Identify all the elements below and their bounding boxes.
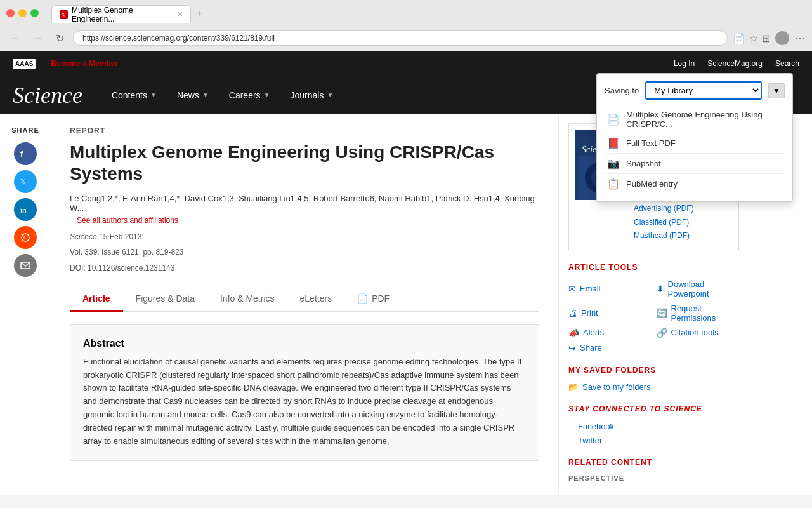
pdf-file-icon: 📕 xyxy=(607,137,620,149)
svg-text:𝕏: 𝕏 xyxy=(20,178,26,185)
linkedin-share-button[interactable]: in xyxy=(14,198,37,221)
alerts-tool[interactable]: 📣Alerts xyxy=(568,328,652,338)
browser-chrome: S Multiplex Genome Engineerin... ✕ + ← →… xyxy=(0,0,812,51)
related-content: RELATED CONTENT PERSPECTIVE xyxy=(568,458,739,482)
login-link[interactable]: Log In xyxy=(674,59,695,68)
svg-text:r: r xyxy=(23,234,25,241)
browser-toolbar: ← → ↻ https://science.sciencemag.org/con… xyxy=(0,25,812,51)
advertising-pdf-link[interactable]: Advertising (PDF) xyxy=(634,202,732,216)
tab-article[interactable]: Article xyxy=(70,287,123,312)
saving-dropdown-button[interactable]: ▼ xyxy=(768,83,785,98)
nav-careers-label: Careers xyxy=(229,90,261,100)
nav-items: Contents ▼ News ▼ Careers ▼ Journals ▼ xyxy=(102,76,343,114)
become-member-link[interactable]: Become a Member xyxy=(51,59,118,68)
reload-button[interactable]: ↻ xyxy=(52,30,68,47)
share-tool[interactable]: ↪Share xyxy=(568,343,652,353)
print-label: Print xyxy=(581,308,598,318)
social-links: Facebook Twitter xyxy=(568,421,739,445)
facebook-link[interactable]: Facebook xyxy=(578,422,614,431)
twitter-share-button[interactable]: 𝕏 xyxy=(14,170,37,193)
minimize-button[interactable] xyxy=(18,9,27,17)
authors-more-label: See all authors and affiliations xyxy=(77,216,178,225)
tab-info-metrics[interactable]: Info & Metrics xyxy=(207,287,287,312)
bookmark-icon[interactable]: ☆ xyxy=(749,32,758,44)
user-profile-icon[interactable] xyxy=(775,31,789,45)
stay-connected: STAY CONNECTED TO SCIENCE Facebook Twitt… xyxy=(568,404,739,445)
see-authors-link[interactable]: + See all authors and affiliations xyxy=(70,216,539,225)
svg-point-4 xyxy=(22,234,29,241)
nav-journals-arrow: ▼ xyxy=(327,91,333,98)
abstract-box: Abstract Functional elucidation of causa… xyxy=(70,324,539,462)
tab-pdf[interactable]: 📄 PDF xyxy=(344,287,402,312)
library-select[interactable]: My Library xyxy=(645,81,762,100)
twitter-link[interactable]: Twitter xyxy=(578,436,602,445)
download-powerpoint-tool[interactable]: ⬇Download Powerpoint xyxy=(657,279,740,298)
saving-item-pdf[interactable]: 📕 Full Text PDF xyxy=(605,133,785,153)
article-title: Multiplex Genome Engineering Using CRISP… xyxy=(70,142,539,184)
article-journal: Science 15 Feb 2013: xyxy=(70,231,539,243)
permissions-icon: 🔄 xyxy=(657,308,667,318)
nav-item-news[interactable]: News ▼ xyxy=(167,76,219,114)
svg-text:in: in xyxy=(20,206,27,214)
save-to-folders-button[interactable]: 📂 Save to my folders xyxy=(568,382,739,392)
saving-item-pubmed[interactable]: 📋 PubMed entry xyxy=(605,173,785,194)
nav-news-arrow: ▼ xyxy=(202,91,209,98)
extensions-icon[interactable]: ⊞ xyxy=(762,32,770,44)
download-icon: ⬇ xyxy=(657,284,664,294)
tools-grid: ✉Email ⬇Download Powerpoint 🖨Print 🔄Requ… xyxy=(568,279,739,353)
saving-item-snapshot[interactable]: 📷 Snapshot xyxy=(605,153,785,173)
nav-careers-arrow: ▼ xyxy=(264,91,270,98)
email-tool[interactable]: ✉Email xyxy=(568,279,652,298)
sciencemag-link[interactable]: ScienceMag.org xyxy=(707,59,763,68)
browser-menu-button[interactable]: ⋯ xyxy=(794,31,806,45)
forward-button[interactable]: → xyxy=(29,30,47,46)
close-button[interactable] xyxy=(6,9,15,17)
save-page-icon[interactable]: 📄 xyxy=(733,32,745,44)
nav-news-label: News xyxy=(177,90,199,100)
folder-icon: 📂 xyxy=(568,382,579,392)
article-main: REPORT Multiplex Genome Engineering Usin… xyxy=(51,114,558,495)
nav-contents-arrow: ▼ xyxy=(150,91,157,98)
new-tab-button[interactable]: + xyxy=(191,4,207,23)
tab-title: Multiplex Genome Engineerin... xyxy=(72,6,171,23)
bookmark-icons: 📄 ☆ ⊞ xyxy=(733,32,770,44)
tab-figures-data[interactable]: Figures & Data xyxy=(123,287,207,312)
masthead-pdf-link[interactable]: Masthead (PDF) xyxy=(634,229,732,243)
saving-item-page[interactable]: 📄 Multiplex Genome Engineering Using CRI… xyxy=(605,106,785,133)
permissions-tool[interactable]: 🔄Request Permissions xyxy=(657,304,740,323)
email-share-button[interactable] xyxy=(14,254,37,277)
print-tool[interactable]: 🖨Print xyxy=(568,304,652,323)
reddit-share-button[interactable]: r xyxy=(14,226,37,249)
classified-pdf-link[interactable]: Classified (PDF) xyxy=(634,216,732,230)
active-tab[interactable]: S Multiplex Genome Engineerin... ✕ xyxy=(51,5,191,23)
saving-item-snapshot-label: Snapshot xyxy=(626,159,661,168)
back-button[interactable]: ← xyxy=(6,30,24,46)
nav-item-contents[interactable]: Contents ▼ xyxy=(102,76,167,114)
report-badge: REPORT xyxy=(70,126,539,135)
share-label: SHARE xyxy=(11,126,39,134)
address-bar[interactable]: https://science.sciencemag.org/content/3… xyxy=(73,30,728,46)
saving-popup: Saving to My Library ▼ 📄 Multiplex Genom… xyxy=(596,73,793,202)
search-link[interactable]: Search xyxy=(775,59,799,68)
nav-item-careers[interactable]: Careers ▼ xyxy=(219,76,280,114)
tab-eletters[interactable]: eLetters xyxy=(287,287,345,312)
share-bar: SHARE f 𝕏 in r xyxy=(0,114,51,495)
nav-item-journals[interactable]: Journals ▼ xyxy=(280,76,344,114)
article-tools: ARTICLE TOOLS ✉Email ⬇Download Powerpoin… xyxy=(568,263,739,353)
maximize-button[interactable] xyxy=(30,9,39,17)
related-content-title: RELATED CONTENT xyxy=(568,458,739,467)
article-tabs: Article Figures & Data Info & Metrics eL… xyxy=(70,287,539,312)
tab-bar: S Multiplex Genome Engineerin... ✕ + xyxy=(45,3,213,23)
facebook-share-button[interactable]: f xyxy=(14,142,37,165)
citation-label: Citation tools xyxy=(671,328,719,337)
saving-item-pubmed-label: PubMed entry xyxy=(626,179,678,189)
stay-connected-title: STAY CONNECTED TO SCIENCE xyxy=(568,404,739,413)
saving-item-pdf-label: Full Text PDF xyxy=(626,138,676,148)
share-label-tool: Share xyxy=(580,343,602,352)
science-logo[interactable]: Science xyxy=(13,82,82,109)
citation-tool[interactable]: 🔗Citation tools xyxy=(657,328,740,338)
tab-close-button[interactable]: ✕ xyxy=(177,10,183,18)
tab-favicon: S xyxy=(60,10,68,19)
alerts-label: Alerts xyxy=(583,328,604,337)
nav-journals-label: Journals xyxy=(291,90,324,100)
